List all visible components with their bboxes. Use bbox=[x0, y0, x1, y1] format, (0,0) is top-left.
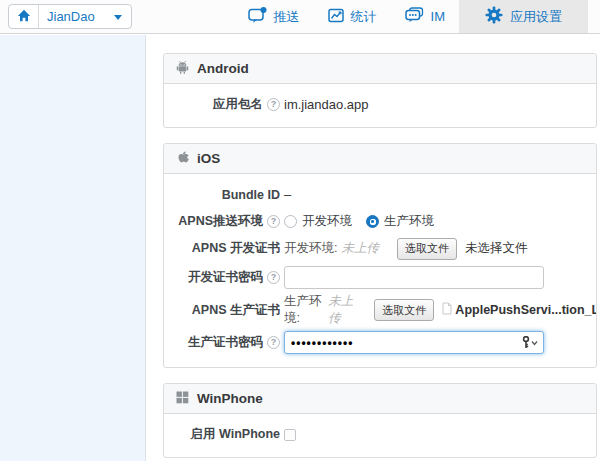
enable-winphone-label: 启用 WinPhone bbox=[191, 426, 280, 443]
im-chat-icon bbox=[405, 7, 424, 26]
help-icon[interactable]: ? bbox=[267, 336, 280, 349]
apns-env-label: APNS推送环境 bbox=[178, 213, 263, 230]
app-switcher: JianDao bbox=[8, 4, 132, 29]
section-ios-header: iOS bbox=[164, 144, 596, 174]
left-sidebar bbox=[0, 35, 146, 461]
prod-pwd-row: 生产证书密码 ? bbox=[164, 327, 596, 358]
push-bubble-icon bbox=[248, 7, 267, 27]
dev-cert-label: APNS 开发证书 bbox=[192, 240, 280, 257]
section-android: Android 应用包名 ? im.jiandao.app bbox=[163, 53, 597, 128]
prod-cert-row: APNS 生产证书 生产环境: 未上传 选取文件 ApplePushServi bbox=[164, 293, 596, 327]
apns-env-row: APNS推送环境 ? 开发环境 生产环境 bbox=[164, 208, 596, 235]
app-select-dropdown[interactable]: JianDao bbox=[39, 5, 131, 28]
tab-label: 推送 bbox=[274, 8, 300, 26]
prod-cert-choose-file-button[interactable]: 选取文件 bbox=[374, 299, 434, 321]
package-name-label: 应用包名 bbox=[213, 96, 263, 113]
prod-cert-label: APNS 生产证书 bbox=[192, 302, 280, 319]
radio-prod-env[interactable] bbox=[366, 215, 379, 228]
tab-label: 应用设置 bbox=[510, 8, 562, 26]
app-name: JianDao bbox=[47, 9, 95, 24]
home-icon bbox=[17, 8, 31, 26]
dev-cert-prefix: 开发环境: bbox=[284, 240, 337, 257]
section-ios: iOS Bundle ID – APNS推送环境 ? 开发 bbox=[163, 143, 597, 368]
windows-icon bbox=[176, 391, 189, 407]
prod-cert-prefix: 生产环境: bbox=[284, 293, 324, 327]
bundle-id-label: Bundle ID bbox=[222, 188, 280, 202]
stats-chart-icon bbox=[328, 8, 344, 26]
top-nav: 推送 统计 IM bbox=[234, 0, 588, 33]
home-button[interactable] bbox=[9, 5, 39, 28]
apple-icon bbox=[176, 150, 189, 168]
section-android-header: Android bbox=[164, 54, 596, 84]
dev-pwd-row: 开发证书密码 ? bbox=[164, 262, 596, 293]
help-icon[interactable]: ? bbox=[267, 271, 280, 284]
section-title: Android bbox=[197, 61, 249, 76]
tab-im[interactable]: IM bbox=[391, 0, 459, 33]
dev-cert-status: 未上传 bbox=[341, 240, 379, 257]
dev-pwd-label: 开发证书密码 bbox=[188, 269, 263, 286]
section-title: WinPhone bbox=[197, 391, 263, 406]
radio-dev-env[interactable] bbox=[284, 215, 297, 228]
prod-cert-password-input[interactable] bbox=[284, 331, 544, 354]
package-name-row: 应用包名 ? im.jiandao.app bbox=[164, 91, 596, 118]
prod-cert-status: 未上传 bbox=[328, 293, 356, 327]
gear-icon bbox=[485, 6, 503, 27]
android-icon bbox=[176, 60, 189, 77]
settings-panel: Android 应用包名 ? im.jiandao.app bbox=[147, 35, 600, 461]
top-bar: JianDao 推送 统计 bbox=[0, 0, 600, 34]
tab-label: 统计 bbox=[351, 8, 377, 26]
bundle-id-value: – bbox=[284, 187, 291, 202]
tab-label: IM bbox=[431, 9, 445, 24]
prod-pwd-label: 生产证书密码 bbox=[188, 334, 263, 351]
help-icon[interactable]: ? bbox=[267, 98, 280, 111]
prod-cert-file-name: ApplePushServi...tion_Larry.p12 bbox=[455, 303, 596, 317]
help-icon[interactable]: ? bbox=[267, 215, 280, 228]
package-name-value: im.jiandao.app bbox=[284, 97, 369, 112]
section-winphone-header: WinPhone bbox=[164, 384, 596, 414]
section-winphone: WinPhone 启用 WinPhone bbox=[163, 383, 597, 458]
prod-cert-file-chip: ApplePushServi...tion_Larry.p12 bbox=[442, 302, 596, 318]
radio-dev-env-label[interactable]: 开发环境 bbox=[302, 213, 352, 230]
bundle-id-row: Bundle ID – bbox=[164, 181, 596, 208]
enable-winphone-row: 启用 WinPhone bbox=[164, 421, 596, 448]
dev-cert-choose-file-button[interactable]: 选取文件 bbox=[397, 238, 457, 260]
tab-app-settings[interactable]: 应用设置 bbox=[459, 0, 588, 33]
radio-prod-env-label[interactable]: 生产环境 bbox=[384, 213, 434, 230]
apns-env-radio-group: 开发环境 生产环境 bbox=[284, 213, 448, 230]
dev-cert-row: APNS 开发证书 开发环境: 未上传 选取文件 未选择文件 bbox=[164, 235, 596, 262]
section-title: iOS bbox=[197, 151, 220, 166]
tab-push[interactable]: 推送 bbox=[234, 0, 314, 33]
dev-cert-password-input[interactable] bbox=[284, 266, 544, 289]
chevron-down-icon bbox=[114, 15, 122, 20]
enable-winphone-checkbox[interactable] bbox=[284, 429, 296, 441]
file-icon bbox=[442, 302, 452, 318]
dev-cert-no-file-text: 未选择文件 bbox=[465, 240, 528, 257]
password-manager-key-icon[interactable] bbox=[522, 336, 538, 349]
tab-stats[interactable]: 统计 bbox=[314, 0, 391, 33]
